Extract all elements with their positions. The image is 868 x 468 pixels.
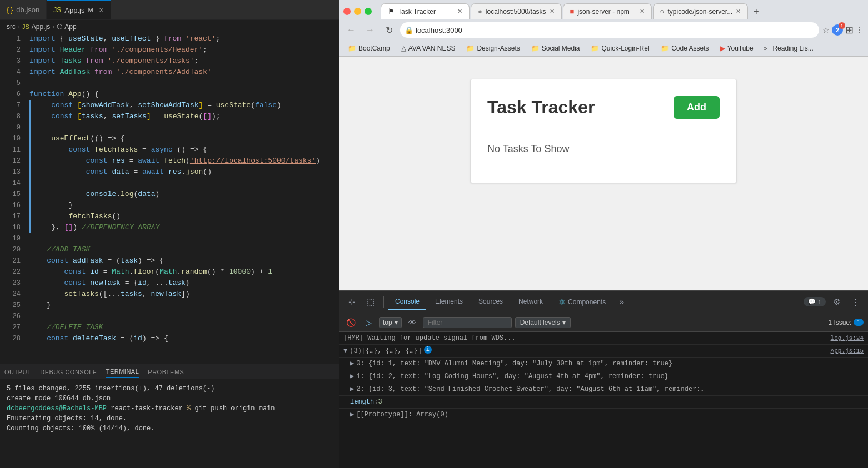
breadcrumb-src: src	[7, 23, 16, 31]
browser-tab-task-tracker[interactable]: ⚑ Task Tracker ✕	[381, 3, 470, 19]
browser-tab-close-json-server[interactable]: ✕	[640, 8, 645, 15]
message-badge[interactable]: 💬 1	[804, 297, 826, 306]
devtools-more-tabs[interactable]: »	[615, 294, 628, 310]
devtools-tab-sources[interactable]: Sources	[472, 294, 510, 310]
close-button[interactable]	[343, 8, 351, 15]
code-editor[interactable]: 1234567891011121314151617181920212223242…	[0, 33, 339, 364]
tab-close-button[interactable]: ✕	[99, 7, 104, 14]
bookmarks-more-button[interactable]: »	[760, 43, 771, 53]
expand-array-icon[interactable]: ▼	[343, 346, 347, 356]
bookmark-ava[interactable]: △ AVA VAN NESS	[397, 43, 460, 53]
breadcrumb-app: App	[64, 23, 76, 31]
code-line: const res = await fetch('http://localhos…	[29, 155, 339, 167]
address-bar[interactable]: 🔒 localhost:3000	[400, 22, 819, 38]
code-line	[29, 78, 339, 89]
task-tracker-title: Task Tracker	[487, 97, 595, 118]
line-number: 21	[0, 255, 21, 266]
refresh-button[interactable]: ↻	[381, 22, 397, 38]
line-number: 10	[0, 133, 21, 144]
chevron-down-icon: ▾	[395, 319, 398, 326]
context-label: top	[383, 319, 392, 326]
bookmark-youtube[interactable]: ▶ YouTube	[716, 43, 758, 53]
ava-icon: △	[401, 44, 406, 52]
bookmark-quick-login[interactable]: 📁 Quick-Login-Ref	[586, 43, 654, 53]
code-line	[29, 178, 339, 189]
console-line-array: ▼ (3) [{…}, {…}, {…}] i App.js:15	[339, 345, 868, 358]
browser-tab-json-server[interactable]: ■ json-server - npm ✕	[563, 3, 652, 19]
code-line	[29, 311, 339, 322]
devtools-tab-elements[interactable]: Elements	[428, 294, 470, 310]
code-line: //ADD TASK	[29, 244, 339, 255]
code-line: }, []) //DEPENDENCY ARRAY	[29, 222, 339, 233]
browser-chrome: ⚑ Task Tracker ✕ ● localhost:5000/tasks …	[339, 0, 868, 57]
code-line: }	[29, 300, 339, 311]
browser-tab-close-localhost[interactable]: ✕	[550, 8, 555, 15]
new-tab-button[interactable]: +	[749, 4, 763, 19]
code-content[interactable]: import { useState, useEffect } from 'rea…	[25, 33, 339, 364]
back-button[interactable]: ←	[343, 22, 359, 38]
star-icon[interactable]: ☆	[822, 26, 830, 34]
add-task-button[interactable]: Add	[674, 96, 720, 119]
tab-app-js[interactable]: JS App.js M ✕	[47, 0, 111, 19]
folder-icon: 📁	[348, 44, 356, 52]
bookmark-design[interactable]: 📁 Design-Assets	[462, 43, 524, 53]
length-value: 3	[378, 397, 382, 407]
json-icon: { }	[7, 6, 13, 14]
terminal: 5 files changed, 2255 insertions(+), 47 …	[0, 379, 339, 468]
browser-address-bar: ← → ↻ 🔒 localhost:3000 ☆ 2 1 ⊞ ⋮	[339, 19, 868, 41]
forward-button[interactable]: →	[362, 22, 378, 38]
browser-tab-close-typicode[interactable]: ✕	[736, 8, 741, 15]
bookmark-bootcamp[interactable]: 📁 BootCamp	[343, 43, 395, 53]
tab-output[interactable]: OUTPUT	[4, 366, 31, 378]
tab-debug-console[interactable]: DEBUG CONSOLE	[40, 366, 97, 378]
prototype-arrow[interactable]: ▶	[350, 410, 354, 420]
devtools-inspect-button[interactable]: ⊹	[343, 294, 360, 310]
line-number: 8	[0, 111, 21, 122]
log-levels-selector[interactable]: Default levels ▾	[515, 317, 571, 328]
bookmark-quick-login-label: Quick-Login-Ref	[601, 44, 650, 52]
tab-app-js-label: App.js	[64, 6, 84, 14]
devtools-tab-console[interactable]: Console	[388, 294, 426, 310]
log-js-ref[interactable]: log.js:24	[831, 333, 864, 343]
tab-problems[interactable]: PROBLEMS	[148, 366, 184, 378]
bookmark-code-assets[interactable]: 📁 Code Assets	[656, 43, 713, 53]
no-tasks-message: No Tasks To Show	[487, 132, 720, 166]
minimize-button[interactable]	[354, 8, 361, 15]
prototype-label: [[Prototype]]: Array(0)	[356, 410, 448, 420]
breadcrumb-js-icon: JS	[22, 23, 29, 30]
extension-badge[interactable]: 2 1	[832, 24, 843, 36]
browser-tab-localhost-tasks[interactable]: ● localhost:5000/tasks ✕	[471, 3, 562, 19]
browser-tab-typicode[interactable]: ○ typicode/json-server... ✕	[653, 3, 749, 19]
devtools-settings-button[interactable]: ⚙	[828, 294, 845, 310]
bookmark-social[interactable]: 📁 Social Media	[527, 43, 585, 53]
entry-0-arrow[interactable]: ▶	[350, 359, 354, 369]
console-filter-input[interactable]	[423, 317, 512, 328]
line-number: 16	[0, 200, 21, 211]
bookmark-social-label: Social Media	[542, 44, 580, 52]
devtools-tab-network[interactable]: Network	[512, 294, 550, 310]
devtools-tab-components[interactable]: ⚛ Components	[552, 294, 612, 310]
extension-puzzle-icon[interactable]: ⊞	[845, 24, 854, 36]
devtools-more-options-button[interactable]: ⋮	[847, 294, 864, 310]
app-js-ref[interactable]: App.js:15	[831, 346, 864, 356]
folder-icon-2: 📁	[466, 44, 475, 52]
line-number: 11	[0, 144, 21, 155]
maximize-button[interactable]	[365, 8, 372, 15]
tab-db-json[interactable]: { } db.json	[0, 0, 47, 19]
more-options-icon[interactable]: ⋮	[856, 26, 864, 34]
console-run-button[interactable]: ▷	[361, 315, 376, 330]
context-selector[interactable]: top ▾	[379, 317, 402, 328]
eye-button[interactable]: 👁	[405, 315, 420, 330]
task-tracker-header: Task Tracker Add	[487, 96, 720, 119]
tab-terminal[interactable]: TERMINAL	[106, 366, 139, 378]
issue-count: 1 Issue: 1	[828, 319, 864, 326]
console-output: [HMR] Waiting for update signal from WDS…	[339, 332, 868, 468]
entry-0-content: 0: {id: 1, text: "DMV Alumni Meeting", d…	[356, 359, 672, 369]
browser-content: Task Tracker Add No Tasks To Show ⊹ ⬚ Co…	[339, 57, 868, 468]
tab-modified-indicator: M	[88, 7, 93, 13]
browser-tab-close-task-tracker[interactable]: ✕	[457, 8, 462, 15]
entry-1-arrow[interactable]: ▶	[350, 371, 354, 381]
console-clear-button[interactable]: 🚫	[343, 315, 358, 330]
entry-2-arrow[interactable]: ▶	[350, 384, 354, 394]
devtools-device-button[interactable]: ⬚	[362, 294, 379, 310]
